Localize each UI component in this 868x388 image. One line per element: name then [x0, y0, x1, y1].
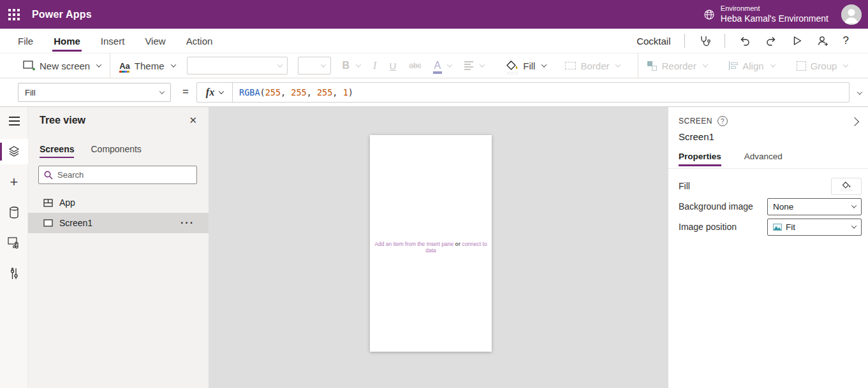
fill-color-picker[interactable]: [831, 178, 862, 195]
strikethrough-button[interactable]: abc: [402, 54, 427, 78]
tree-item-label: App: [59, 198, 75, 208]
theme-label: Theme: [135, 61, 165, 71]
chevron-down-icon: [447, 62, 452, 67]
chevron-down-icon: [277, 62, 282, 67]
search-icon: [44, 171, 53, 180]
new-screen-button[interactable]: New screen: [17, 54, 107, 78]
italic-button[interactable]: I: [367, 54, 383, 78]
selected-control-type: SCREEN: [679, 117, 712, 126]
fill-button[interactable]: Fill: [499, 54, 552, 78]
selected-property: Fill: [25, 88, 36, 97]
play-icon[interactable]: [791, 34, 804, 47]
rail-data-button[interactable]: [0, 199, 28, 225]
hamburger-icon[interactable]: [0, 108, 28, 134]
chevron-down-icon: [480, 62, 485, 67]
reorder-button[interactable]: Reorder: [641, 54, 713, 78]
chevron-down-icon: [857, 89, 862, 94]
screen-canvas[interactable]: Add an item from the Insert pane or conn…: [370, 135, 492, 352]
tab-screens[interactable]: Screens: [40, 144, 74, 158]
fill-color-preview: [841, 189, 852, 191]
border-icon: [565, 62, 576, 69]
menu-home[interactable]: Home: [54, 32, 80, 50]
align-button[interactable]: Align: [723, 54, 781, 78]
close-icon[interactable]: ✕: [189, 115, 197, 126]
app-checker-icon[interactable]: [698, 34, 711, 47]
chevron-down-icon: [96, 62, 101, 67]
share-icon[interactable]: [817, 34, 830, 47]
new-screen-icon: [23, 61, 35, 71]
tree-tabs: Screens Components: [40, 144, 142, 158]
text-align-button[interactable]: [458, 54, 490, 78]
ellipsis-icon[interactable]: [180, 217, 195, 229]
menu-insert[interactable]: Insert: [101, 32, 125, 50]
font-size-dropdown[interactable]: [298, 57, 331, 75]
divider: [725, 34, 725, 48]
align-objects-icon: [729, 61, 739, 70]
chevron-down-icon: [770, 62, 775, 67]
theme-button[interactable]: Aa Theme: [113, 54, 181, 78]
search-input[interactable]: [57, 170, 191, 180]
border-button[interactable]: Border: [559, 54, 626, 78]
tab-properties[interactable]: Properties: [679, 152, 721, 166]
canvas-empty-message: Add an item from the Insert pane or conn…: [370, 241, 492, 254]
formula-expand-button[interactable]: [855, 86, 862, 97]
rail-tree-view-button[interactable]: [0, 139, 28, 164]
formula-input[interactable]: RGBA(255, 255, 255, 1): [233, 87, 849, 97]
reorder-icon: [647, 61, 657, 71]
tab-advanced[interactable]: Advanced: [744, 152, 783, 166]
background-image-dropdown[interactable]: None: [767, 198, 862, 215]
environment-name: Heba Kamal's Environment: [721, 13, 828, 25]
environment-picker[interactable]: Environment Heba Kamal's Environment: [703, 4, 828, 24]
fx-label: fx: [206, 87, 214, 98]
group-label: Group: [811, 61, 837, 71]
tree-view-title: Tree view: [40, 115, 85, 126]
tree-item-app[interactable]: App: [28, 192, 209, 213]
menu-view[interactable]: View: [145, 32, 165, 50]
tree-item-label: Screen1: [59, 218, 92, 228]
divider: [110, 53, 110, 78]
advanced-tools-icon: [10, 268, 18, 280]
formula-bar: Fill = fx RGBA(255, 255, 255, 1): [0, 78, 868, 107]
font-color-button[interactable]: A: [428, 54, 459, 78]
chevron-right-icon[interactable]: [850, 117, 859, 126]
image-position-value: Fit: [786, 222, 795, 232]
new-screen-label: New screen: [40, 61, 90, 71]
fill-color-preview: [507, 72, 518, 75]
rail-insert-button[interactable]: +: [0, 169, 28, 195]
font-family-dropdown[interactable]: [187, 57, 288, 75]
current-app-name: Cocktail: [636, 36, 670, 47]
group-button[interactable]: Group: [790, 54, 855, 78]
left-rail: +: [0, 107, 28, 388]
property-selector[interactable]: Fill: [18, 83, 171, 102]
menu-file[interactable]: File: [18, 32, 33, 50]
tree-view-panel: Tree view ✕ Screens Components: [28, 107, 209, 388]
group-icon: [797, 61, 806, 71]
menu-action[interactable]: Action: [186, 32, 213, 50]
insert-plus-icon: +: [10, 175, 18, 189]
underline-button[interactable]: U: [383, 54, 402, 78]
ribbon-toolbar: New screen Aa Theme B I U abc A: [0, 53, 868, 78]
image-position-dropdown[interactable]: Fit: [767, 219, 862, 236]
image-icon: [773, 224, 782, 231]
waffle-icon[interactable]: [0, 0, 28, 29]
tree-item-screen1[interactable]: Screen1: [28, 213, 209, 233]
divider: [638, 53, 638, 78]
app-tree-icon: [43, 199, 53, 207]
rail-advanced-tools-button[interactable]: [0, 261, 28, 286]
chevron-down-icon: [219, 89, 224, 94]
tree-search-box[interactable]: [38, 166, 197, 184]
avatar[interactable]: [841, 4, 862, 25]
rail-media-button[interactable]: [0, 230, 28, 255]
chevron-down-icon: [851, 223, 857, 228]
help-circle-icon[interactable]: ?: [717, 116, 728, 126]
undo-icon[interactable]: [739, 34, 751, 47]
bold-button[interactable]: B: [336, 54, 367, 78]
equals-sign: =: [182, 85, 189, 98]
paint-bucket-icon: [506, 61, 519, 71]
tab-components[interactable]: Components: [91, 144, 141, 158]
redo-icon[interactable]: [765, 34, 777, 47]
divider: [668, 168, 868, 169]
help-icon[interactable]: ?: [843, 34, 849, 47]
fx-button[interactable]: fx: [197, 83, 233, 102]
top-bar: Power Apps Environment Heba Kamal's Envi…: [0, 0, 868, 29]
